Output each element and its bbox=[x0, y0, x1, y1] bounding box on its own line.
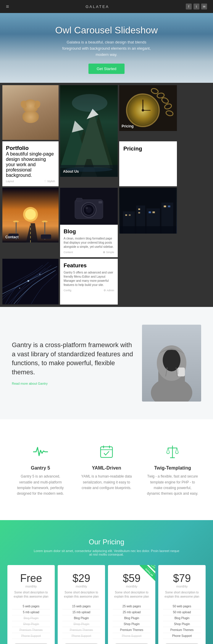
facebook-icon[interactable]: f bbox=[186, 4, 192, 9]
gallery-night-item[interactable]: Contact bbox=[119, 188, 177, 234]
svg-line-78 bbox=[177, 448, 178, 453]
gallery-camera-item[interactable] bbox=[60, 188, 118, 225]
features-grid: Gantry 5 Gantry 5 is an advanced, versat… bbox=[12, 437, 201, 502]
feature-yaml: YAML-Driven YAML is a human-readable dat… bbox=[78, 437, 135, 502]
feature-yaml-desc: YAML is a human-readable data serializat… bbox=[81, 474, 132, 491]
feature-item: Phone Support bbox=[163, 633, 201, 639]
admin-tag: ⚙ Admin bbox=[104, 289, 114, 292]
layout-tag: Layout bbox=[6, 180, 14, 183]
price-79: $79 bbox=[163, 572, 201, 585]
period-29: monthly bbox=[62, 585, 100, 588]
features-section: Gantry 5 Gantry 5 is an advanced, versat… bbox=[0, 419, 213, 520]
feature-item-disabled: Phone Support bbox=[62, 633, 100, 639]
svg-point-64 bbox=[163, 349, 180, 371]
blog-title: Blog bbox=[64, 228, 114, 235]
feature-item: 50 mb upload bbox=[163, 609, 201, 615]
feature-item: 15 mb upload bbox=[62, 609, 100, 615]
features-59: 25 web pages 25 mb upload Blog Plugin Sh… bbox=[113, 603, 151, 639]
gantry-section: Gantry is a cross-platform framework wit… bbox=[0, 307, 213, 419]
svg-rect-53 bbox=[164, 206, 166, 207]
get-started-button[interactable]: Get Started bbox=[88, 64, 125, 74]
svg-point-58 bbox=[39, 274, 41, 275]
pricing-text-card[interactable]: Pricing bbox=[119, 141, 177, 186]
svg-rect-40 bbox=[99, 201, 102, 203]
feature-item: Shop Plugin bbox=[163, 621, 201, 627]
gantry-link[interactable]: Read more about Gantry bbox=[12, 382, 48, 385]
simple-tag: ✿ Simple bbox=[103, 251, 114, 254]
blog-card[interactable]: Blog A clean, modern blog formatted page… bbox=[60, 225, 118, 257]
feature-item: 50 web pages bbox=[163, 603, 201, 609]
gantry-text-block: Gantry is a cross-platform framework wit… bbox=[12, 341, 133, 386]
feature-item: Premium Themes bbox=[113, 627, 151, 633]
period-79: monthly bbox=[163, 585, 201, 588]
svg-rect-50 bbox=[138, 212, 140, 213]
feature-item: Shop Plugin bbox=[113, 621, 151, 627]
svg-rect-65 bbox=[178, 368, 185, 376]
menu-icon[interactable]: ≡ bbox=[6, 4, 9, 10]
hero-section: Owl Carousel Slideshow Galatea is a beau… bbox=[0, 13, 213, 83]
pricing-card-59: POPULAR $59 monthly Some short descripti… bbox=[108, 565, 155, 644]
calendar-icon bbox=[98, 443, 115, 461]
hero-description: Galatea is a beautiful, clean design tha… bbox=[62, 39, 151, 58]
feature-item-disabled: Premium Themes bbox=[12, 627, 50, 633]
feature-item: 25 web pages bbox=[113, 603, 151, 609]
gantry-person-image bbox=[142, 325, 201, 402]
gallery-contact-item[interactable]: Feature Gantry bbox=[2, 188, 59, 242]
features-desc: Gantry 5 offers an advanced and user fri… bbox=[64, 271, 114, 287]
contact-caption: Contact bbox=[5, 235, 19, 239]
feature-item-disabled: Phone Support bbox=[113, 633, 151, 639]
svg-rect-41 bbox=[76, 198, 82, 201]
svg-point-31 bbox=[42, 221, 48, 222]
about-caption: About Us bbox=[63, 169, 79, 174]
email-icon[interactable]: ✉ bbox=[201, 4, 207, 9]
scales-icon bbox=[164, 443, 181, 461]
feature-item: Blog Plugin bbox=[62, 615, 100, 621]
portfolio-card[interactable]: Portfolio A beautiful single-page design… bbox=[2, 141, 59, 186]
pricing-section: Our Pricing Lorem ipsum dolor sit amet, … bbox=[0, 520, 213, 644]
price-free: Free bbox=[12, 572, 50, 585]
pricing-title-card: Pricing bbox=[123, 145, 173, 152]
pricing-caption: Pricing bbox=[122, 124, 134, 128]
feature-item: Blog Plugin bbox=[113, 615, 151, 621]
svg-point-7 bbox=[72, 94, 107, 112]
twitter-icon[interactable]: t bbox=[193, 4, 199, 9]
hooded-person-svg bbox=[142, 325, 201, 402]
feature-gantry5-title: Gantry 5 bbox=[15, 465, 66, 471]
price-29: $29 bbox=[62, 572, 100, 585]
feature-twig: Twig-Templating Twig - a flexible, fast … bbox=[144, 437, 201, 502]
stylish-tag: ♡ Stylish bbox=[44, 180, 55, 183]
feature-item: 15 web pages bbox=[62, 603, 100, 609]
svg-rect-52 bbox=[153, 211, 155, 213]
gantry-heading: Gantry is a cross-platform framework wit… bbox=[12, 341, 133, 377]
svg-rect-54 bbox=[168, 206, 170, 207]
features-29: 15 web pages 15 mb upload Blog Plugin Sh… bbox=[62, 603, 100, 639]
svg-point-39 bbox=[85, 207, 88, 209]
feature-twig-desc: Twig - a flexible, fast and secure templ… bbox=[147, 474, 198, 496]
feature-item: 5 mb upload bbox=[12, 609, 50, 615]
svg-line-77 bbox=[175, 448, 177, 453]
feature-twig-title: Twig-Templating bbox=[147, 465, 198, 471]
popular-ribbon: POPULAR bbox=[135, 565, 155, 586]
site-title: GALATEA bbox=[85, 4, 109, 9]
svg-point-30 bbox=[13, 221, 19, 222]
navigation: ≡ GALATEA f t ✉ bbox=[0, 0, 213, 13]
gallery-pricing-img[interactable]: Sub 4 Canon bbox=[119, 85, 177, 131]
pricing-card-29: $29 monthly Some short description to ex… bbox=[58, 565, 105, 644]
desc-59: Some short description to explain this a… bbox=[113, 590, 151, 599]
svg-line-76 bbox=[168, 448, 170, 453]
feature-item-disabled: Shop Plugin bbox=[62, 621, 100, 627]
gallery-dog-item[interactable] bbox=[2, 85, 59, 140]
svg-rect-51 bbox=[149, 211, 151, 213]
content-tag: Content bbox=[64, 251, 73, 254]
features-card[interactable]: Features Gantry 5 offers an advanced and… bbox=[60, 259, 118, 305]
gallery-wire-item[interactable] bbox=[2, 259, 59, 305]
features-title: Features bbox=[64, 262, 114, 269]
period-free: monthly bbox=[12, 585, 50, 588]
gallery-about-item[interactable]: Page Creative bbox=[60, 85, 118, 177]
dog-illustration bbox=[20, 99, 41, 126]
gallery-grid: Page Creative bbox=[0, 83, 213, 307]
config-tag: Config bbox=[64, 289, 71, 292]
pricing-subtitle: Lorem ipsum dolor sit amet, consectetur … bbox=[33, 549, 180, 556]
features-79: 50 web pages 50 mb upload Blog Plugin Sh… bbox=[163, 603, 201, 639]
feature-item: Premium Themes bbox=[163, 627, 201, 633]
